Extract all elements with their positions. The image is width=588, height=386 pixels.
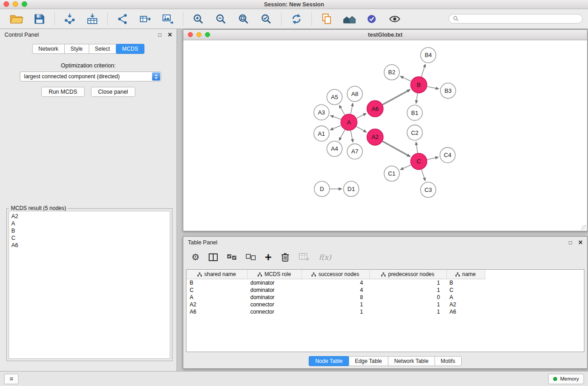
select-all-button[interactable] <box>227 254 237 260</box>
tab-edge-table[interactable]: Edge Table <box>349 356 388 366</box>
node-A7[interactable]: A7 <box>347 144 363 159</box>
node-C[interactable]: C <box>411 153 427 170</box>
node-A[interactable]: A <box>341 114 357 130</box>
tab-select[interactable]: Select <box>89 44 116 54</box>
result-item[interactable]: A6 <box>11 242 167 249</box>
zoom-out-button[interactable] <box>213 11 229 27</box>
network-window-titlebar[interactable]: testGlobe.txt <box>183 30 587 40</box>
column-header-predecessor-nodes[interactable]: predecessor nodes <box>369 270 446 279</box>
edge-A-A7[interactable] <box>351 131 353 143</box>
node-C1[interactable]: C1 <box>384 166 400 181</box>
minimize-traffic-light[interactable] <box>196 32 201 37</box>
table-row[interactable]: Bdominator41B <box>186 279 485 287</box>
table-settings-button[interactable]: ⚙ <box>191 253 200 262</box>
edge-A-A3[interactable] <box>330 115 341 119</box>
delete-column-button[interactable] <box>281 252 290 262</box>
edge-A-A5[interactable] <box>339 105 344 115</box>
tab-network[interactable]: Network <box>32 44 65 54</box>
float-panel-icon[interactable]: □ <box>569 239 572 246</box>
close-panel-button[interactable]: Close panel <box>91 87 135 97</box>
mcds-result-list[interactable]: A2ABCA6 <box>9 211 170 359</box>
close-panel-icon[interactable]: × <box>168 32 172 38</box>
column-header-shared-name[interactable]: shared name <box>186 270 247 279</box>
import-table-button[interactable] <box>85 11 100 27</box>
edge-A-A2[interactable] <box>356 126 366 132</box>
minimize-traffic-light[interactable] <box>13 1 18 7</box>
float-panel-icon[interactable]: □ <box>158 32 161 38</box>
export-network-button[interactable] <box>115 11 130 27</box>
tab-node-table[interactable]: Node Table <box>309 356 349 366</box>
search-input[interactable] <box>461 15 578 23</box>
create-column-button[interactable]: + <box>265 251 272 263</box>
table-row[interactable]: A2connector11A2 <box>186 301 485 308</box>
table-row[interactable]: Adominator80A <box>186 294 485 301</box>
table-row[interactable]: A6connector11A6 <box>186 308 485 315</box>
edge-A-A6[interactable] <box>357 113 366 118</box>
copy-view-button[interactable] <box>319 11 335 27</box>
import-network-button[interactable] <box>62 11 77 27</box>
edge-C-C3[interactable] <box>421 170 425 181</box>
node-B2[interactable]: B2 <box>384 65 400 80</box>
export-image-button[interactable] <box>160 11 176 27</box>
zoom-fit-button[interactable] <box>236 11 251 27</box>
node-B1[interactable]: B1 <box>407 105 422 120</box>
memory-button[interactable]: Memory <box>548 374 584 384</box>
edge-B-B1[interactable] <box>416 93 417 103</box>
node-A4[interactable]: A4 <box>327 141 342 157</box>
tab-mcds[interactable]: MCDS <box>116 44 144 54</box>
node-A2[interactable]: A2 <box>367 129 383 145</box>
node-B3[interactable]: B3 <box>440 83 456 99</box>
column-header-name[interactable]: name <box>446 270 485 279</box>
toolbar-search[interactable] <box>449 14 583 24</box>
node-table-container[interactable]: shared nameMCDS rolesuccessor nodesprede… <box>186 269 584 352</box>
tab-style[interactable]: Style <box>64 44 89 54</box>
close-panel-icon[interactable]: × <box>578 240 583 245</box>
open-file-button[interactable] <box>9 11 24 27</box>
node-A5[interactable]: A5 <box>327 89 342 105</box>
node-A3[interactable]: A3 <box>314 105 329 120</box>
zoom-selected-button[interactable] <box>258 11 274 27</box>
validate-button[interactable] <box>364 11 380 27</box>
show-columns-button[interactable] <box>209 253 218 261</box>
column-header-MCDS-role[interactable]: MCDS role <box>247 270 301 279</box>
result-item[interactable]: C <box>11 234 167 242</box>
home-button[interactable] <box>342 11 357 27</box>
node-B4[interactable]: B4 <box>421 48 436 63</box>
edge-A2-C[interactable] <box>382 141 410 157</box>
node-A8[interactable]: A8 <box>347 86 363 102</box>
table-row[interactable]: Cdominator41C <box>186 286 485 294</box>
zoom-traffic-light[interactable] <box>205 32 210 37</box>
refresh-button[interactable] <box>289 11 304 27</box>
show-details-button[interactable] <box>387 11 402 27</box>
edge-B-B2[interactable] <box>400 76 411 81</box>
result-item[interactable]: A2 <box>11 213 167 220</box>
node-A6[interactable]: A6 <box>367 100 383 117</box>
close-traffic-light[interactable] <box>188 32 193 37</box>
close-traffic-light[interactable] <box>4 1 9 7</box>
edge-C-C1[interactable] <box>400 165 411 170</box>
result-item[interactable]: B <box>11 227 167 234</box>
edge-C-C2[interactable] <box>416 142 417 153</box>
save-session-button[interactable] <box>32 11 47 27</box>
deselect-all-button[interactable] <box>246 254 256 260</box>
edge-A6-B[interactable] <box>382 90 410 105</box>
node-C2[interactable]: C2 <box>407 125 422 140</box>
zoom-traffic-light[interactable] <box>22 1 27 7</box>
optimization-criterion-select[interactable]: largest connected component (directed) <box>20 71 161 81</box>
result-item[interactable]: A <box>11 220 167 227</box>
node-D1[interactable]: D1 <box>344 181 359 197</box>
node-B[interactable]: B <box>411 77 427 93</box>
task-history-button[interactable]: ≡ <box>4 374 19 384</box>
edge-C-C4[interactable] <box>427 157 439 159</box>
edge-B-B3[interactable] <box>427 86 439 89</box>
node-A1[interactable]: A1 <box>314 126 329 141</box>
node-C4[interactable]: C4 <box>440 148 455 163</box>
edge-A-A4[interactable] <box>339 130 345 141</box>
tab-motifs[interactable]: Motifs <box>435 356 462 366</box>
export-table-button[interactable] <box>138 11 153 27</box>
edge-A-A1[interactable] <box>330 125 341 130</box>
zoom-in-button[interactable] <box>191 11 206 27</box>
network-canvas[interactable]: B4B2BB3A8A5A6B1A3AC2A1A2A4A7C4CC1C3DD1 <box>183 40 587 231</box>
tab-network-table[interactable]: Network Table <box>388 356 435 366</box>
node-C3[interactable]: C3 <box>421 182 436 198</box>
